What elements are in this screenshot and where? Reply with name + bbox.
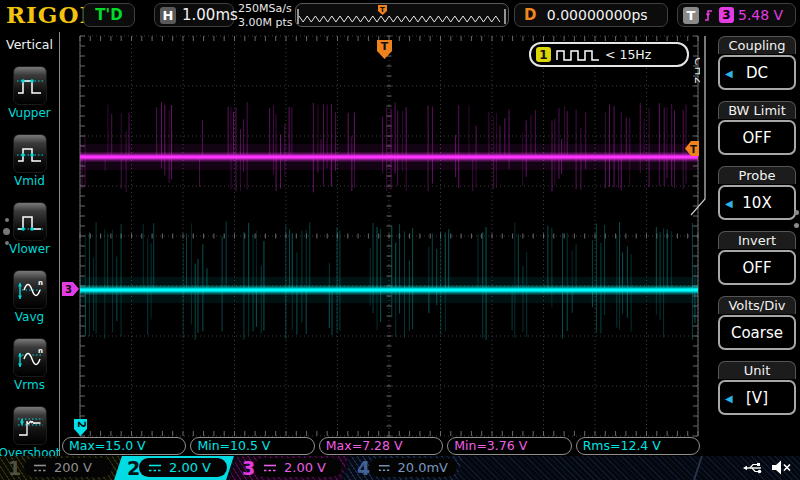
channel1-scale: 200 V [54, 460, 92, 475]
measurement-min-ch2: Min=10.5 V [190, 437, 314, 455]
invert-label: Invert [718, 231, 796, 249]
vupper-button[interactable] [13, 66, 47, 105]
channel2-scale: 2.00 V [169, 460, 211, 475]
trigger-status-text: T'D [95, 6, 122, 24]
preview-trigger-marker: T [378, 5, 387, 15]
channel4-scale-box[interactable]: 20.0mV [369, 458, 457, 477]
volts-div-value-button[interactable]: ◀ Coarse [718, 315, 796, 350]
channel-status-bar: 1 200 V 2 2.00 V 3 2.00 V 4 [0, 456, 800, 480]
vupper-icon [16, 73, 44, 99]
menu-item-overshoot[interactable]: Overshoot [0, 406, 59, 460]
channel1-number[interactable]: 1 [8, 456, 21, 480]
channel2-scale-box[interactable]: 2.00 V [139, 458, 227, 477]
svg-text:n: n [38, 347, 43, 355]
bw-limit-label: BW Limit [718, 101, 796, 119]
speaker-muted-icon [770, 459, 793, 476]
delay-value: 0.00000000ps [536, 7, 658, 23]
channel4-scale: 20.0mV [397, 460, 448, 475]
menu-item-vmid[interactable]: Vmid [0, 134, 59, 188]
vlower-label: Vlower [9, 242, 50, 256]
frequency-counter: 1 < 15Hz [529, 42, 689, 67]
measurement-max-ch3: Max=7.28 V [319, 437, 443, 455]
counter-source-badge: 1 [536, 47, 551, 62]
acquisition-info: 250MSa/s 3.00M pts [238, 2, 293, 31]
channel3-scale: 2.00 V [284, 460, 326, 475]
graticule-display [60, 32, 700, 456]
left-menu-page-dots [3, 218, 10, 245]
bar-divider [693, 456, 703, 480]
vlower-button[interactable] [13, 202, 47, 241]
sample-rate: 250MSa/s [238, 2, 293, 16]
vavg-button[interactable]: n [13, 270, 47, 309]
vlower-icon [16, 209, 44, 235]
probe-label: Probe [718, 166, 796, 184]
bw-limit-value: OFF [742, 129, 771, 147]
vavg-icon: n [16, 277, 44, 303]
trigger-level-value: 5.48 V [738, 7, 783, 23]
invert-value-button[interactable]: ◀ OFF [718, 250, 796, 285]
top-status-bar: RIGOL T'D H 1.00ms 250MSa/s 3.00M pts T … [0, 0, 800, 32]
bw-limit-value-button[interactable]: ◀ OFF [718, 120, 796, 155]
vmid-icon [16, 141, 44, 167]
horizontal-badge: H [160, 7, 176, 24]
vrms-label: Vrms [14, 378, 45, 392]
dc-coupling-icon [263, 463, 277, 473]
channel3-scale-box[interactable]: 2.00 V [254, 458, 342, 477]
menu-group-coupling: Coupling ◀ DC [718, 36, 796, 90]
counter-frequency-value: < 15Hz [605, 47, 651, 62]
waveform-preview-strip[interactable]: T [295, 3, 509, 27]
vrms-button[interactable]: n [13, 338, 47, 377]
horizontal-timebase-box: H 1.00ms [154, 3, 234, 27]
coupling-value: DC [746, 64, 768, 82]
volts-div-value: Coarse [731, 324, 783, 342]
menu-group-volts-div: Volts/Div ◀ Coarse [718, 296, 796, 350]
dc-coupling-icon [378, 463, 390, 473]
usb-icon [742, 460, 764, 476]
svg-text:T: T [380, 6, 385, 14]
overshoot-icon [16, 413, 44, 439]
rising-edge-icon [703, 7, 715, 23]
vupper-label: Vupper [8, 106, 51, 120]
right-menu-page-dots [794, 210, 799, 228]
delay-badge: D [524, 6, 536, 24]
coupling-label: Coupling [718, 36, 796, 54]
trigger-badge: T [683, 7, 699, 24]
menu-item-vupper[interactable]: Vupper [0, 66, 59, 120]
memory-depth: 3.00M pts [238, 16, 293, 30]
unit-value-button[interactable]: ◀ [V] [718, 380, 796, 415]
measurement-rms-ch2: Rms=12.4 V [576, 437, 700, 455]
trigger-readout-box: T 3 5.48 V [677, 3, 796, 27]
left-arrow-icon: ◀ [725, 197, 733, 208]
menu-group-probe: Probe ◀ 10X [718, 166, 796, 220]
svg-text:n: n [38, 279, 43, 287]
vavg-label: Vavg [15, 310, 44, 324]
overshoot-button[interactable] [13, 406, 47, 445]
measurement-max-ch2: Max=15.0 V [62, 437, 186, 455]
vmid-label: Vmid [14, 174, 45, 188]
channel-settings-menu: Coupling ◀ DC BW Limit ◀ OFF Probe ◀ 10X [700, 32, 800, 456]
vertical-measure-menu: Vertical Vupper Vmid [0, 32, 60, 456]
oscilloscope-screen: RIGOL T'D H 1.00ms 250MSa/s 3.00M pts T … [0, 0, 800, 480]
timebase-value: 1.00ms [182, 6, 238, 24]
trigger-source-badge: 3 [719, 7, 734, 23]
measurement-readout-bar: Max=15.0 V Min=10.5 V Max=7.28 V Min=3.7… [60, 437, 700, 455]
unit-label: Unit [718, 361, 796, 379]
volts-div-label: Volts/Div [718, 296, 796, 314]
menu-item-vavg[interactable]: n Vavg [0, 270, 59, 324]
delay-readout-box: D 0.00000000ps [514, 3, 668, 27]
dc-coupling-icon [148, 463, 162, 473]
menu-group-unit: Unit ◀ [V] [718, 361, 796, 415]
coupling-value-button[interactable]: ◀ DC [718, 55, 796, 90]
dc-coupling-icon [33, 463, 47, 473]
channel1-scale-box[interactable]: 200 V [24, 458, 112, 477]
trigger-status-indicator: T'D [83, 3, 135, 27]
waveform-preview-icon: T [296, 4, 508, 26]
vrms-icon: n [16, 345, 44, 371]
probe-value-button[interactable]: ◀ 10X [718, 185, 796, 220]
pulse-train-icon [556, 48, 600, 61]
vmid-button[interactable] [13, 134, 47, 173]
left-arrow-icon: ◀ [725, 67, 733, 78]
menu-group-bw-limit: BW Limit ◀ OFF [718, 101, 796, 155]
invert-value: OFF [742, 259, 771, 277]
menu-item-vrms[interactable]: n Vrms [0, 338, 59, 392]
